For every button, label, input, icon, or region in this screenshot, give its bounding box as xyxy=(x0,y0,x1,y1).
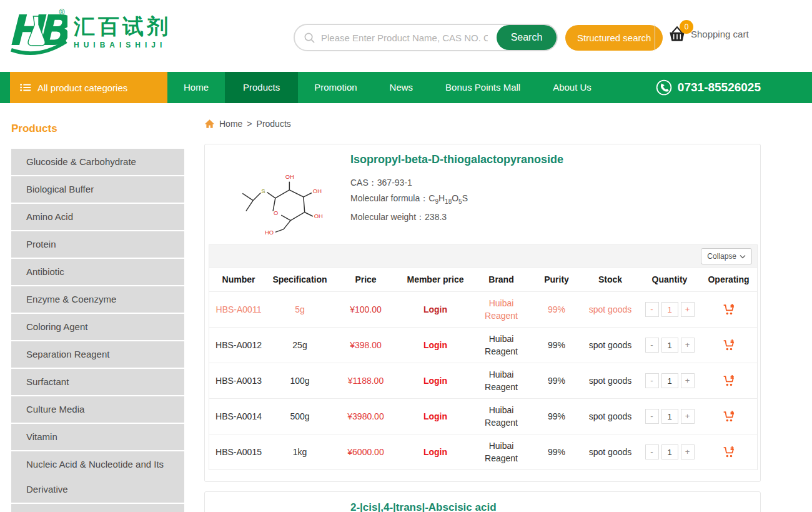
quantity-stepper: - + xyxy=(639,434,700,469)
login-link[interactable]: Login xyxy=(423,340,447,350)
next-product-card: 2-|cis|,4-|trans|-Abscisic acid xyxy=(204,491,761,512)
sidebar-item[interactable]: Protein xyxy=(11,231,184,258)
cell-number: HBS-A0013 xyxy=(209,363,268,398)
cell-number: HBS-A0015 xyxy=(209,434,268,469)
quantity-stepper: - + xyxy=(639,292,700,327)
breadcrumb-home-link[interactable]: Home xyxy=(219,119,242,129)
page-header: HB ® 汇百试剂 HUIBAISHIJI Search Structured … xyxy=(0,0,812,72)
search-icon xyxy=(304,32,315,46)
brand-line2: Reagent xyxy=(485,452,518,464)
sidebar-item[interactable]: Other Biochemical Reagent xyxy=(11,504,184,512)
qty-minus-button[interactable]: - xyxy=(645,338,659,353)
weight-value: 238.3 xyxy=(425,212,447,222)
cell-purity: 99% xyxy=(532,292,582,327)
sidebar-item[interactable]: Coloring Agent xyxy=(11,314,184,340)
login-link[interactable]: Login xyxy=(423,304,447,314)
sidebar-item[interactable]: Separation Reagent xyxy=(11,341,184,368)
login-link[interactable]: Login xyxy=(423,447,447,457)
search-button[interactable]: Search xyxy=(497,25,557,50)
shopping-cart[interactable]: 0 Shopping cart xyxy=(667,25,749,46)
qty-plus-button[interactable]: + xyxy=(681,338,695,353)
sidebar-item[interactable]: Antibiotic xyxy=(11,259,184,285)
sidebar-item[interactable]: Glucoside & Carbohydrate xyxy=(11,149,184,175)
qty-minus-button[interactable]: - xyxy=(645,302,659,317)
qty-input[interactable] xyxy=(661,409,678,424)
sidebar-item[interactable]: Biological Buffer xyxy=(11,176,184,203)
nav-item-home[interactable]: Home xyxy=(167,72,225,103)
nav-item-promotion[interactable]: Promotion xyxy=(298,72,373,103)
login-link[interactable]: Login xyxy=(423,376,447,386)
logo[interactable]: HB ® 汇百试剂 HUIBAISHIJI xyxy=(10,6,171,58)
sidebar-item[interactable]: Enzyme & Coenzyme xyxy=(11,286,184,313)
svg-text:OH: OH xyxy=(314,213,323,219)
sidebar-item[interactable]: Amino Acid xyxy=(11,204,184,230)
svg-text:OH: OH xyxy=(313,188,322,194)
all-categories-button[interactable]: All product categories xyxy=(10,72,167,103)
column-header: Stock xyxy=(582,268,639,291)
qty-input[interactable] xyxy=(661,444,678,459)
nav-item-bonus-points-mall[interactable]: Bonus Points Mall xyxy=(429,72,537,103)
cas-label: CAS： xyxy=(350,178,377,188)
cell-brand: HuibaiReagent xyxy=(471,292,532,327)
column-header: Specification xyxy=(268,268,332,291)
cell-brand: HuibaiReagent xyxy=(471,399,532,434)
cell-price: ¥100.00 xyxy=(332,292,400,327)
cell-purity: 99% xyxy=(532,363,582,398)
sidebar-item[interactable]: Vitamin xyxy=(11,424,184,450)
next-product-title-link[interactable]: 2-|cis|,4-|trans|-Abscisic acid xyxy=(350,501,760,512)
brand-line2: Reagent xyxy=(485,345,518,358)
nav-item-about-us[interactable]: About Us xyxy=(537,72,608,103)
cell-number: HBS-A0014 xyxy=(209,399,268,434)
qty-input[interactable] xyxy=(661,373,678,388)
qty-minus-button[interactable]: - xyxy=(645,444,659,459)
login-link[interactable]: Login xyxy=(423,411,447,421)
add-to-cart-button[interactable] xyxy=(722,446,735,458)
structured-search-button[interactable]: Structured search xyxy=(565,25,663,51)
add-to-cart-button[interactable] xyxy=(722,410,735,423)
cas-value: 367-93-1 xyxy=(377,178,412,188)
all-categories-label: All product categories xyxy=(37,83,127,93)
add-to-cart-button[interactable] xyxy=(722,303,735,316)
svg-text:HO: HO xyxy=(265,229,274,236)
qty-plus-button[interactable]: + xyxy=(681,409,695,424)
brand-line1: Huibai xyxy=(485,404,518,416)
sidebar-item[interactable]: Nucleic Acid & Nucleotide and Its Deriva… xyxy=(11,451,184,503)
product-title-link[interactable]: Isopropyl-beta-D-thiogalactopyranoside xyxy=(350,153,563,166)
qty-minus-button[interactable]: - xyxy=(645,373,659,388)
cart-count-badge: 0 xyxy=(680,20,693,34)
brand-line1: Huibai xyxy=(485,333,518,345)
cart-label: Shopping cart xyxy=(691,29,749,39)
qty-minus-button[interactable]: - xyxy=(645,409,659,424)
add-to-cart-button[interactable] xyxy=(722,339,735,351)
price-table-body: HBS-A0011 5g ¥100.00 Login HuibaiReagent… xyxy=(209,291,757,469)
svg-text:O: O xyxy=(274,210,278,216)
table-row: HBS-A0012 25g ¥398.00 Login HuibaiReagen… xyxy=(209,327,757,363)
qty-input[interactable] xyxy=(661,338,678,353)
svg-text:OH: OH xyxy=(285,174,294,180)
cell-stock: spot goods xyxy=(582,328,639,363)
sidebar-item[interactable]: Culture Media xyxy=(11,396,184,423)
qty-input[interactable] xyxy=(661,302,678,317)
logo-cn-text: 汇百试剂 xyxy=(74,14,171,38)
cell-specification: 100g xyxy=(268,363,332,398)
collapse-button[interactable]: Collapse xyxy=(701,248,752,264)
add-to-cart-icon xyxy=(722,374,735,387)
qty-plus-button[interactable]: + xyxy=(681,444,695,459)
column-header: Operating xyxy=(700,268,757,291)
cell-brand: HuibaiReagent xyxy=(471,328,532,363)
table-row: HBS-A0015 1kg ¥6000.00 Login HuibaiReage… xyxy=(209,434,757,469)
molecular-formula-value: C9H18O5S xyxy=(428,193,468,203)
nav-item-news[interactable]: News xyxy=(374,72,430,103)
add-to-cart-button[interactable] xyxy=(722,374,735,387)
sidebar-item[interactable]: Surfactant xyxy=(11,369,184,395)
qty-plus-button[interactable]: + xyxy=(681,373,695,388)
cell-specification: 1kg xyxy=(268,434,332,469)
chevron-down-icon xyxy=(740,254,746,259)
nav-item-products[interactable]: Products xyxy=(225,72,298,103)
column-header: Brand xyxy=(471,268,532,291)
cell-specification: 5g xyxy=(268,292,332,327)
qty-plus-button[interactable]: + xyxy=(681,302,695,317)
main-nav: All product categories HomeProductsPromo… xyxy=(0,72,812,103)
table-header-row: NumberSpecificationPriceMember priceBran… xyxy=(209,268,757,291)
add-to-cart-icon xyxy=(722,446,735,458)
